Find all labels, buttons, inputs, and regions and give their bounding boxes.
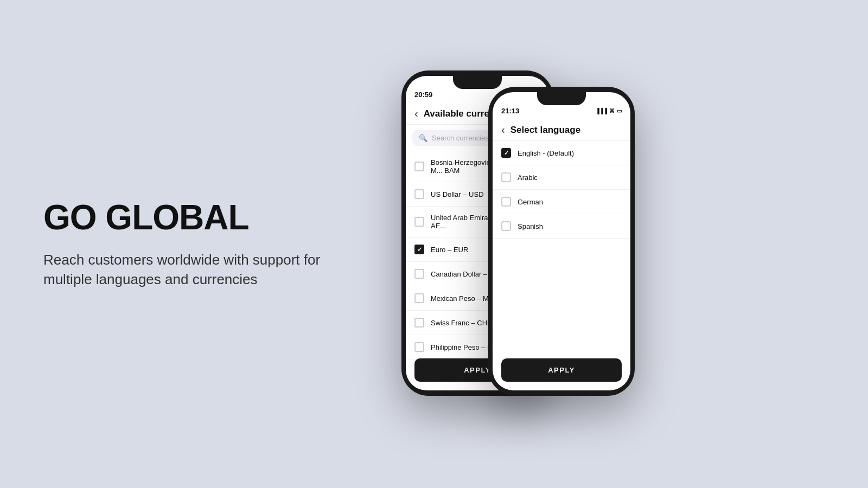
checkbox-aed[interactable] <box>414 217 424 227</box>
time-front: 21:13 <box>501 107 519 115</box>
back-button-currencies[interactable]: ‹ <box>414 107 418 120</box>
time-back: 20:59 <box>414 91 432 99</box>
checkbox-english[interactable] <box>501 148 511 158</box>
checkbox-german[interactable] <box>501 197 511 207</box>
list-item-spanish[interactable]: Spanish <box>493 214 630 239</box>
nav-title-language: Select language <box>510 125 580 136</box>
checkbox-usd[interactable] <box>414 189 424 199</box>
language-english: English - (Default) <box>518 149 574 157</box>
notch-back <box>453 76 502 89</box>
phones-section: 20:59 ▐▐▐ ⌘ ▭ ‹ Available currencies 🔍 S… <box>369 0 868 488</box>
checkbox-eur[interactable] <box>414 245 424 254</box>
currency-chf: Swiss Franc – CHF <box>431 319 492 327</box>
wifi-icon-front: ⌘ <box>609 108 615 114</box>
checkbox-spanish[interactable] <box>501 221 511 231</box>
checkbox-bam[interactable] <box>414 162 424 171</box>
apply-button-language[interactable]: APPLY <box>501 358 622 382</box>
search-icon-currencies: 🔍 <box>419 134 427 142</box>
search-input-currencies: Search currencies <box>432 134 489 142</box>
signal-icon-front: ▐▐▐ <box>596 108 607 114</box>
checkbox-php[interactable] <box>414 342 424 352</box>
checkbox-mxn[interactable] <box>414 293 424 303</box>
nav-bar-language: ‹ Select language <box>493 119 630 141</box>
notch-front <box>537 92 586 105</box>
battery-icon-front: ▭ <box>617 108 622 114</box>
list-item-german[interactable]: German <box>493 190 630 214</box>
list-item-arabic[interactable]: Arabic <box>493 165 630 190</box>
subheadline: Reach customers worldwide with support f… <box>43 250 326 290</box>
back-button-language[interactable]: ‹ <box>501 124 505 136</box>
left-section: GO GLOBAL Reach customers worldwide with… <box>0 198 369 289</box>
checkbox-chf[interactable] <box>414 318 424 328</box>
currency-usd: US Dollar – USD <box>431 190 484 198</box>
language-spanish: Spanish <box>518 222 543 230</box>
checkbox-arabic[interactable] <box>501 172 511 182</box>
currency-eur: Euro – EUR <box>431 246 468 254</box>
language-german: German <box>518 198 543 206</box>
phone-language: 21:13 ▐▐▐ ⌘ ▭ ‹ Select language <box>488 87 635 396</box>
language-list: English - (Default) Arabic German Spanis… <box>493 141 630 239</box>
headline: GO GLOBAL <box>43 198 326 236</box>
checkbox-cad[interactable] <box>414 269 424 279</box>
status-icons-front: ▐▐▐ ⌘ ▭ <box>596 108 622 114</box>
phone-language-screen: 21:13 ▐▐▐ ⌘ ▭ ‹ Select language <box>493 92 630 390</box>
language-arabic: Arabic <box>518 174 538 182</box>
list-item-english[interactable]: English - (Default) <box>493 141 630 165</box>
